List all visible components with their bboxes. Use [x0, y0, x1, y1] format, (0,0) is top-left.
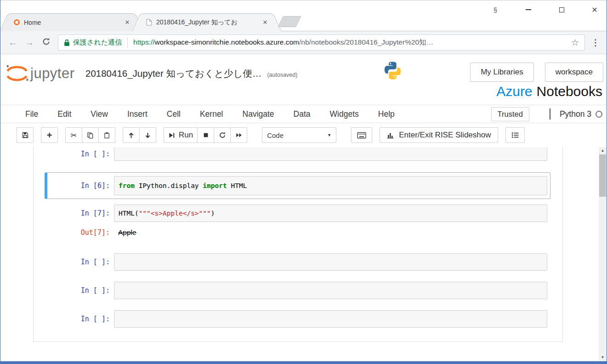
menu-help[interactable]: Help — [369, 109, 404, 119]
restart-run-all-button[interactable] — [230, 127, 247, 143]
url-text[interactable]: https://workspace-simonritchie.notebooks… — [133, 38, 567, 47]
browser-window: Home ✕ 20180416_Jupyter 知ってお ✕ § — [0, 0, 607, 364]
autosave-status: (autosaved) — [267, 72, 297, 78]
back-button[interactable]: ← — [5, 37, 21, 48]
notebook-cell[interactable]: In [ ]: — [34, 305, 562, 333]
code-input[interactable] — [114, 147, 547, 161]
scroll-down-icon[interactable]: ▼ — [599, 354, 607, 361]
chevron-down-icon: ▼ — [327, 133, 331, 137]
url-host: workspace-simonritchie.notebooks.azure.c… — [155, 38, 299, 46]
azure-word: Azure — [496, 84, 532, 99]
menu-view[interactable]: View — [81, 109, 118, 119]
menubar-right: Trusted Python 3 — [491, 105, 602, 123]
new-tab-button[interactable] — [278, 16, 301, 27]
address-bar[interactable]: 保護された通信 https://workspace-simonritchie.n… — [58, 34, 585, 51]
my-libraries-button[interactable]: My Libraries — [470, 63, 534, 82]
vertical-scrollbar[interactable]: ▲ ▼ — [599, 147, 607, 361]
menu-file[interactable]: File — [16, 109, 48, 119]
jupyter-logo[interactable]: jupyter — [5, 63, 75, 84]
input-prompt: In [6]: — [34, 176, 114, 195]
omnibox-divider — [127, 38, 128, 48]
cell-toolbar-button[interactable] — [505, 127, 525, 143]
reload-icon — [42, 37, 51, 46]
rise-label: Enter/Exit RISE Slideshow — [399, 131, 491, 140]
bookmark-star-icon[interactable]: ☆ — [571, 37, 579, 48]
restart-icon — [219, 131, 226, 139]
paste-icon — [103, 132, 110, 139]
code-input[interactable] — [114, 282, 547, 299]
close-button[interactable]: ✕ — [590, 4, 600, 16]
document-icon — [146, 19, 152, 26]
forward-button[interactable]: → — [21, 37, 38, 48]
notebook-cell[interactable]: In [6]:from IPython.display import HTML — [34, 172, 562, 199]
move-cell-up-button[interactable] — [123, 127, 140, 143]
tab-close-icon[interactable]: ✕ — [123, 19, 131, 26]
notebook-cell[interactable]: In [7]:HTML("""<s>Apple</s>""")Out[7]:Ap… — [34, 199, 562, 248]
kernel-name: Python 3 — [560, 109, 591, 119]
list-icon — [511, 132, 519, 138]
cell-type-value: Code — [267, 131, 284, 139]
cell-type-dropdown[interactable]: Code ▼ — [262, 127, 336, 143]
minimize-icon — [526, 9, 531, 10]
input-prompt: In [ ]: — [34, 310, 114, 328]
arrow-down-icon — [144, 132, 151, 139]
notebook-title-text: 20180416_Jupyter 知っておくと少し便… — [85, 68, 261, 79]
notebook-toolbar: + ✂ — [0, 123, 607, 147]
python-logo-icon — [383, 61, 403, 82]
notebook-cell[interactable]: In [ ]: — [34, 147, 562, 166]
notebook-menubar: FileEditViewInsertCellKernelNavigateData… — [0, 105, 607, 123]
tab-notebook[interactable]: 20180416_Jupyter 知ってお ✕ — [139, 13, 275, 31]
run-label: Run — [179, 131, 193, 140]
notebooks-word: Notebooks — [537, 84, 602, 99]
notebook-cell[interactable]: In [ ]: — [34, 276, 562, 305]
code-input[interactable] — [114, 310, 547, 328]
scrollbar-thumb[interactable] — [599, 154, 606, 197]
tab-home[interactable]: Home ✕ — [6, 13, 137, 31]
rise-slideshow-button[interactable]: Enter/Exit RISE Slideshow — [380, 127, 498, 143]
menu-data[interactable]: Data — [284, 109, 320, 119]
save-icon — [22, 131, 29, 139]
move-cell-down-button[interactable] — [139, 127, 156, 143]
paste-cell-button[interactable] — [98, 127, 115, 143]
reload-button[interactable] — [38, 37, 54, 48]
copy-icon — [87, 132, 94, 139]
menu-widgets[interactable]: Widgets — [320, 109, 369, 119]
clipboard-group: ✂ — [65, 127, 115, 143]
browser-menu-icon[interactable]: ⋮ — [589, 37, 602, 48]
interrupt-kernel-button[interactable] — [197, 127, 214, 143]
window-border-bottom — [0, 361, 607, 364]
copy-cell-button[interactable] — [82, 127, 99, 143]
jupyter-wordmark: jupyter — [30, 65, 75, 82]
output-content: Apple — [114, 228, 136, 237]
code-input[interactable]: from IPython.display import HTML — [114, 176, 547, 195]
tab-bottom-cover — [142, 31, 272, 32]
tab-close-icon[interactable]: ✕ — [261, 19, 269, 26]
scroll-up-icon[interactable]: ▲ — [599, 147, 607, 154]
workspace-button[interactable]: workspace — [545, 63, 603, 82]
kernel-divider — [550, 108, 550, 119]
code-input[interactable] — [114, 253, 547, 271]
input-prompt: In [ ]: — [34, 147, 114, 161]
maximize-icon — [559, 7, 564, 12]
add-cell-button[interactable]: + — [41, 127, 58, 143]
save-button[interactable] — [17, 127, 34, 143]
minimize-button[interactable] — [523, 4, 533, 16]
jupyter-favicon-icon — [14, 19, 20, 25]
code-input[interactable]: HTML("""<s>Apple</s>""") — [114, 205, 547, 222]
notebook-title[interactable]: 20180416_Jupyter 知っておくと少し便…(autosaved) — [85, 67, 297, 80]
menu-navigate[interactable]: Navigate — [233, 109, 284, 119]
restart-kernel-button[interactable] — [214, 127, 231, 143]
menu-kernel[interactable]: Kernel — [190, 109, 233, 119]
menu-edit[interactable]: Edit — [48, 109, 81, 119]
maximize-button[interactable] — [556, 4, 567, 16]
trusted-badge[interactable]: Trusted — [491, 107, 529, 121]
menu-cell[interactable]: Cell — [157, 109, 190, 119]
header-buttons: My Libraries workspace — [470, 63, 603, 82]
menu-insert[interactable]: Insert — [118, 109, 157, 119]
secure-connection-label[interactable]: 保護された通信 — [73, 38, 122, 47]
cut-cell-button[interactable]: ✂ — [65, 127, 82, 143]
notebook-cell[interactable]: In [ ]: — [34, 248, 562, 276]
notebook-scroll-area[interactable]: In [ ]:In [6]:from IPython.display impor… — [0, 147, 607, 361]
run-cell-button[interactable]: Run — [164, 127, 198, 143]
command-palette-button[interactable] — [351, 127, 372, 143]
